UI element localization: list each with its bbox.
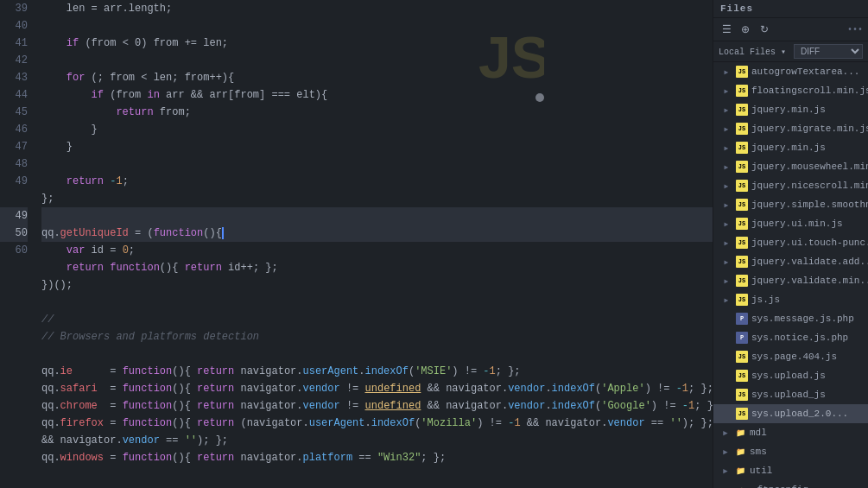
line-num: 42 bbox=[0, 52, 28, 69]
js-file-icon: JS bbox=[736, 237, 748, 249]
folder-arrow-icon: ▶ bbox=[720, 446, 731, 458]
file-name: sys.upload.js bbox=[751, 371, 826, 381]
line-num bbox=[0, 432, 28, 449]
file-list[interactable]: ▶ JS autogrowTextarea... ▶ JS floatingsc… bbox=[713, 62, 868, 488]
file-item[interactable]: JS sys.upload_js bbox=[713, 385, 868, 404]
files-panel: Files ☰ ⊕ ↻ ••• Local Files ▾ DIFF ▶ JS … bbox=[713, 0, 868, 488]
js-file-icon: JS bbox=[736, 389, 748, 401]
file-item[interactable]: ▶ JS jquery.validate.add... bbox=[713, 252, 868, 271]
line-num bbox=[0, 449, 28, 466]
js-file-icon: JS bbox=[736, 123, 748, 135]
file-item[interactable]: P sys.message.js.php bbox=[713, 309, 868, 328]
js-file-icon: JS bbox=[736, 142, 748, 154]
file-name: autogrowTextarea... bbox=[751, 67, 859, 77]
file-name: jquery.nicescroll.min.js bbox=[751, 181, 868, 191]
file-item[interactable]: ▶ JS js.js bbox=[713, 290, 868, 309]
file-type-icon: ▶ bbox=[720, 218, 732, 230]
js-file-icon: JS bbox=[736, 294, 748, 306]
file-item[interactable]: ▶ JS jquery.mousewheel.min... bbox=[713, 157, 868, 176]
file-item[interactable]: ▶ JS jquery.ui.touch-punc... bbox=[713, 233, 868, 252]
file-item[interactable]: ▶ JS autogrowTextarea... bbox=[713, 62, 868, 81]
file-name: jquery.validate.add... bbox=[751, 257, 868, 267]
line-num bbox=[0, 415, 28, 432]
file-item[interactable]: ▶ JS jquery.min.js bbox=[713, 100, 868, 119]
file-name: jquery.simple.smoothne... bbox=[751, 200, 868, 210]
js-file-icon: JS bbox=[736, 199, 748, 211]
code-line: var id = 0; bbox=[41, 242, 713, 259]
file-name: floatingscroll.min.js bbox=[751, 86, 868, 96]
file-item[interactable]: ▶ JS jquery.nicescroll.min.js bbox=[713, 176, 868, 195]
file-item[interactable]: ▶ JS jquery.simple.smoothne... bbox=[713, 195, 868, 214]
file-type-icon: ▶ bbox=[720, 161, 732, 173]
local-files-bar: Local Files ▾ DIFF bbox=[713, 41, 868, 62]
local-files-label: Local Files ▾ bbox=[719, 47, 794, 57]
folder-icon: 📁 bbox=[734, 446, 746, 458]
code-line: })(); bbox=[41, 276, 713, 294]
code-line: } bbox=[41, 138, 713, 155]
file-name: jquery.mousewheel.min... bbox=[751, 162, 868, 172]
folder-item[interactable]: ▶ 📁 mdl bbox=[713, 423, 868, 442]
file-name: .ftpconfig bbox=[751, 485, 808, 488]
line-num: 40 bbox=[0, 17, 28, 35]
files-dropdown[interactable]: DIFF bbox=[794, 44, 863, 59]
code-line: if (from < 0) from += len; bbox=[41, 35, 713, 52]
line-num: 48 bbox=[0, 155, 28, 173]
line-num: 49 bbox=[0, 173, 28, 190]
line-num: 41 bbox=[0, 35, 28, 52]
line-num: 43 bbox=[0, 69, 28, 86]
code-line-active bbox=[41, 207, 713, 225]
file-name: sys.page.404.js bbox=[751, 352, 837, 362]
code-line: qq.ie = function(){ return navigator.use… bbox=[41, 363, 713, 380]
file-type-icon: ▶ bbox=[720, 237, 732, 249]
code-line bbox=[41, 17, 713, 35]
js-file-icon: JS bbox=[736, 218, 748, 230]
code-line: return -1; bbox=[41, 173, 713, 190]
js-file-icon: JS bbox=[736, 370, 748, 382]
line-num bbox=[0, 276, 28, 294]
js-file-icon: JS bbox=[736, 66, 748, 78]
toolbar-btn-refresh[interactable]: ↻ bbox=[757, 22, 772, 37]
file-type-icon bbox=[720, 484, 732, 488]
file-item[interactable]: ▶ JS jquery.min.js bbox=[713, 138, 868, 157]
line-num bbox=[0, 294, 28, 311]
file-type-icon bbox=[720, 389, 732, 401]
file-type-icon: ▶ bbox=[720, 104, 732, 116]
line-num bbox=[0, 311, 28, 328]
js-file-icon: JS bbox=[736, 180, 748, 192]
file-item[interactable]: ⚙ .ftpconfig bbox=[713, 480, 868, 488]
code-line-comment: // Browsers and platforms detection bbox=[41, 328, 713, 345]
folder-name: util bbox=[750, 466, 772, 476]
js-file-icon: JS bbox=[736, 256, 748, 268]
file-item[interactable]: ▶ JS jquery.ui.min.js bbox=[713, 214, 868, 233]
code-content[interactable]: len = arr.length; if (from < 0) from += … bbox=[35, 0, 713, 488]
folder-arrow-icon: ▶ bbox=[720, 427, 731, 439]
toolbar-btn-add[interactable]: ⊕ bbox=[738, 22, 753, 37]
file-item-active[interactable]: JS sys.upload_2.0... bbox=[713, 404, 868, 423]
file-type-icon: ▶ bbox=[720, 123, 732, 135]
line-num bbox=[0, 328, 28, 345]
file-name: jquery.ui.touch-punc... bbox=[751, 238, 868, 248]
file-item[interactable]: ▶ JS jquery.validate.min... bbox=[713, 271, 868, 290]
file-item[interactable]: P sys.notice.js.php bbox=[713, 328, 868, 347]
line-numbers: 39 40 41 42 43 44 45 46 47 48 49 49 50 6… bbox=[0, 0, 35, 488]
toolbar-btn-menu[interactable]: ☰ bbox=[719, 22, 734, 37]
files-title: Files bbox=[720, 3, 753, 14]
file-type-icon bbox=[720, 313, 732, 325]
file-name: jquery.migrate.min.js bbox=[751, 124, 868, 134]
file-type-icon bbox=[720, 332, 732, 344]
file-item[interactable]: ▶ JS jquery.migrate.min.js bbox=[713, 119, 868, 138]
file-type-icon: ▶ bbox=[720, 199, 732, 211]
folder-item[interactable]: ▶ 📁 util bbox=[713, 461, 868, 480]
folder-arrow-icon: ▶ bbox=[720, 465, 731, 477]
files-toolbar: ☰ ⊕ ↻ ••• bbox=[713, 18, 868, 41]
file-type-icon: ▶ bbox=[720, 66, 732, 78]
file-name: jquery.validate.min... bbox=[751, 276, 868, 286]
file-item[interactable]: JS sys.page.404.js bbox=[713, 347, 868, 366]
file-item[interactable]: ▶ JS floatingscroll.min.js bbox=[713, 81, 868, 100]
line-num bbox=[0, 190, 28, 207]
js-file-icon: JS bbox=[736, 104, 748, 116]
code-line bbox=[41, 294, 713, 311]
folder-item[interactable]: ▶ 📁 sms bbox=[713, 442, 868, 461]
line-num bbox=[0, 345, 28, 363]
file-item[interactable]: JS sys.upload.js bbox=[713, 366, 868, 385]
